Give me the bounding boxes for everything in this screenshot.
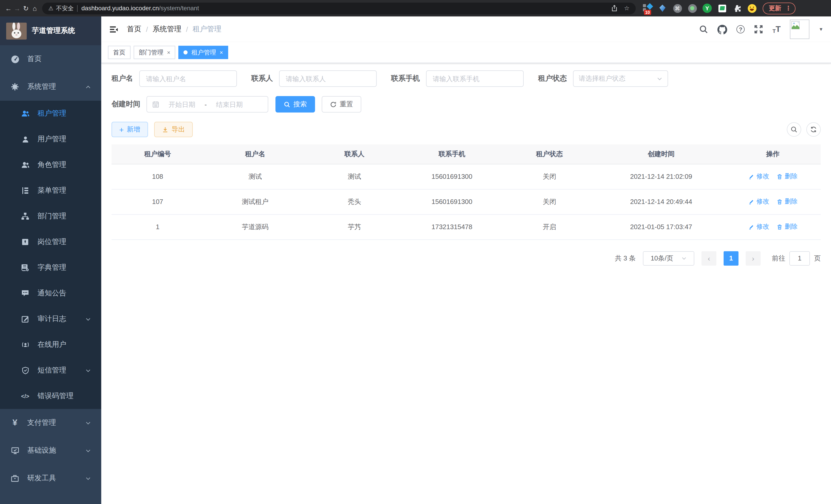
table-row[interactable]: 1 芋道源码 芋艿 17321315478 开启 2021-01-05 17:0…: [112, 214, 821, 239]
tab-tenant[interactable]: 租户管理 ×: [179, 46, 228, 59]
warning-icon: ⚠: [48, 5, 53, 11]
sidebar-item-tenant[interactable]: 租户管理: [0, 101, 101, 126]
cell-tenant-id: 108: [112, 164, 204, 189]
page-number-1[interactable]: 1: [724, 251, 739, 265]
sidebar-item-home[interactable]: 首页: [0, 45, 101, 73]
trash-icon: [776, 173, 783, 180]
sidebar-item-online-users[interactable]: 在线用户: [0, 332, 101, 358]
search-button[interactable]: 搜索: [276, 96, 315, 113]
browser-reload-icon[interactable]: ↻: [22, 4, 30, 12]
browser-back-icon[interactable]: ←: [4, 4, 13, 12]
sidebar-item-menu[interactable]: 菜单管理: [0, 178, 101, 203]
extension-kite-icon[interactable]: [658, 4, 667, 13]
extension-badge: 10: [644, 10, 651, 15]
status-select[interactable]: 请选择租户状态: [573, 70, 668, 87]
cell-tenant-name: 测试租户: [204, 189, 307, 214]
sidebar-item-errcode[interactable]: </> 错误码管理: [0, 383, 101, 409]
users-icon: [21, 110, 30, 118]
refresh-table-button[interactable]: [806, 122, 821, 137]
extension-y-icon[interactable]: Y: [703, 4, 712, 13]
bookmark-star-icon[interactable]: ☆: [624, 5, 630, 12]
github-icon[interactable]: [717, 24, 727, 34]
extension-record-icon[interactable]: [688, 4, 697, 13]
sidebar-item-label: 用户管理: [37, 135, 66, 144]
edit-link[interactable]: 修改: [748, 172, 769, 181]
tenant-name-label: 租户名: [112, 74, 133, 83]
contact-input[interactable]: [279, 70, 377, 87]
refresh-icon: [330, 101, 337, 108]
browser-forward-icon[interactable]: →: [13, 4, 22, 12]
edit-link[interactable]: 修改: [748, 223, 769, 231]
page-size-select[interactable]: 10条/页: [643, 251, 694, 265]
next-page-button[interactable]: ›: [746, 251, 761, 265]
profile-avatar-icon[interactable]: [747, 4, 756, 13]
sidebar-item-dict[interactable]: 字典管理: [0, 255, 101, 280]
sidebar-item-post[interactable]: 岗位管理: [0, 229, 101, 255]
help-icon[interactable]: ?: [737, 25, 745, 33]
sidebar-item-label: 基础设施: [27, 446, 56, 455]
address-bar[interactable]: ⚠ 不安全 dashboard.yudao.iocoder.cn/system/…: [42, 2, 636, 14]
browser-update-button[interactable]: 更新 ⋮: [763, 2, 796, 14]
sidebar-item-infra[interactable]: 基础设施: [0, 437, 101, 465]
share-icon[interactable]: [611, 5, 618, 12]
browser-home-icon[interactable]: ⌂: [30, 4, 39, 12]
toggle-search-button[interactable]: [787, 122, 801, 137]
sidebar-item-notice[interactable]: 通知公告: [0, 280, 101, 306]
reset-button[interactable]: 重置: [322, 96, 361, 113]
sidebar-item-sms[interactable]: 短信管理: [0, 358, 101, 383]
date-separator: -: [204, 100, 207, 108]
extension-chat-icon[interactable]: [717, 4, 727, 13]
sidebar-menu: 首页 系统管理 租户管理: [0, 45, 101, 504]
breadcrumb-home[interactable]: 首页: [127, 25, 141, 34]
caret-down-icon[interactable]: ▼: [819, 27, 823, 32]
sidebar-item-pay[interactable]: ¥ 支付管理: [0, 409, 101, 437]
breadcrumb-system[interactable]: 系统管理: [153, 25, 181, 34]
edit-link[interactable]: 修改: [748, 197, 769, 206]
cell-mobile: 15601691300: [402, 164, 502, 189]
extensions-puzzle-icon[interactable]: [732, 4, 742, 13]
calendar-icon: [152, 101, 159, 108]
delete-link[interactable]: 删除: [776, 223, 798, 231]
sidebar-item-dept[interactable]: 部门管理: [0, 203, 101, 229]
add-button[interactable]: + 新增: [112, 122, 148, 137]
sidebar-item-audit-log[interactable]: 审计日志: [0, 306, 101, 332]
date-range-picker[interactable]: -: [146, 96, 268, 113]
hamburger-icon[interactable]: [109, 24, 119, 34]
mobile-input[interactable]: [426, 70, 524, 87]
fullscreen-icon[interactable]: [754, 25, 763, 34]
sidebar-item-label: 短信管理: [37, 366, 66, 375]
tenant-name-input[interactable]: [139, 70, 237, 87]
user-icon: [21, 136, 30, 143]
sidebar-item-devtools[interactable]: 研发工具: [0, 465, 101, 492]
date-end-input[interactable]: [211, 100, 248, 108]
extension-grid-icon[interactable]: 10: [643, 4, 652, 13]
delete-link[interactable]: 删除: [776, 172, 798, 181]
header-search-icon[interactable]: [699, 25, 708, 34]
security-chip[interactable]: ⚠ 不安全: [48, 4, 74, 12]
plus-icon: +: [119, 126, 124, 133]
table-row[interactable]: 108 测试 测试 15601691300 关闭 2021-12-14 21:0…: [112, 164, 821, 189]
mobile-label: 联系手机: [391, 74, 420, 83]
avatar[interactable]: [790, 20, 809, 39]
col-contact: 联系人: [307, 144, 402, 164]
sidebar-item-role[interactable]: 角色管理: [0, 152, 101, 178]
date-start-input[interactable]: [164, 100, 200, 108]
close-icon[interactable]: ×: [167, 49, 170, 56]
prev-page-button[interactable]: ‹: [701, 251, 716, 265]
sidebar-item-label: 菜单管理: [37, 186, 66, 195]
delete-link[interactable]: 删除: [776, 197, 798, 206]
tab-dept[interactable]: 部门管理 ×: [134, 46, 175, 59]
goto-page-input[interactable]: [790, 251, 810, 265]
font-size-icon[interactable]: TT: [772, 25, 781, 34]
tab-home[interactable]: 首页: [108, 46, 131, 59]
sidebar-item-system[interactable]: 系统管理: [0, 73, 101, 101]
sidebar-item-user[interactable]: 用户管理: [0, 126, 101, 152]
chevron-down-icon: [657, 76, 662, 82]
app-logo-row[interactable]: 芋道管理系统: [0, 17, 101, 45]
browser-menu-icon[interactable]: ⋮: [785, 5, 792, 12]
export-button[interactable]: 导出: [154, 122, 193, 137]
close-icon[interactable]: ×: [220, 49, 223, 56]
table-row[interactable]: 107 测试租户 秃头 15601691300 关闭 2021-12-14 20…: [112, 189, 821, 214]
shield-check-icon: [21, 366, 30, 375]
extension-command-icon[interactable]: ⌘: [673, 4, 682, 13]
